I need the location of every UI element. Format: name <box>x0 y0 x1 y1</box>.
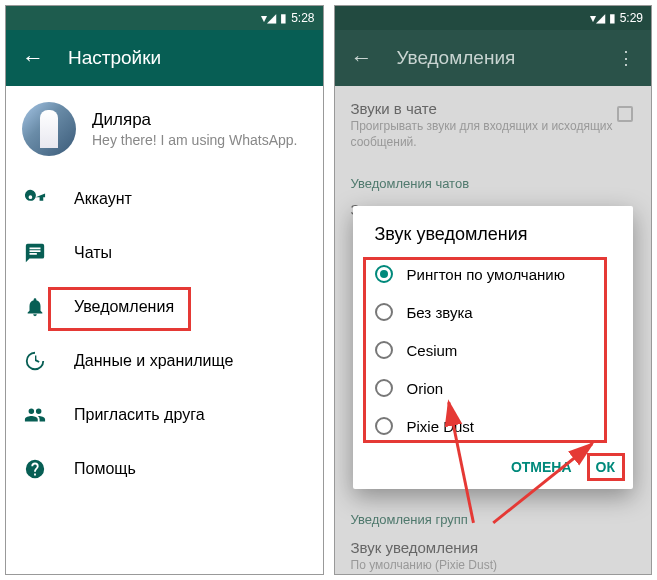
radio-label: Pixie Dust <box>407 418 475 435</box>
settings-list: Аккаунт Чаты Уведомления Данные и хранил… <box>6 172 323 496</box>
settings-screen: ▾◢ ▮ 5:28 ← Настройки Диляра Hey there! … <box>5 5 324 575</box>
radio-icon <box>375 417 393 435</box>
radio-option-silent[interactable]: Без звука <box>353 293 634 331</box>
row-title: Звуки в чате <box>351 100 636 117</box>
data-icon <box>24 350 46 372</box>
settings-item-label: Аккаунт <box>74 190 132 208</box>
row-subtitle: По умолчанию (Pixie Dust) <box>351 558 636 574</box>
checkbox[interactable] <box>617 106 633 122</box>
settings-item-label: Уведомления <box>74 298 174 316</box>
radio-option-orion[interactable]: Orion <box>353 369 634 407</box>
settings-item-account[interactable]: Аккаунт <box>6 172 323 226</box>
page-title: Настройки <box>68 47 161 69</box>
row-subtitle: Проигрывать звуки для входящих и исходящ… <box>351 119 636 150</box>
battery-icon: ▮ <box>609 11 616 25</box>
radio-option-pixie[interactable]: Pixie Dust <box>353 407 634 445</box>
section-header-groups: Уведомления групп <box>335 500 652 533</box>
profile-row[interactable]: Диляра Hey there! I am using WhatsApp. <box>6 86 323 172</box>
settings-item-data[interactable]: Данные и хранилище <box>6 334 323 388</box>
avatar <box>22 102 76 156</box>
app-bar: ← Уведомления ⋮ <box>335 30 652 86</box>
notifications-screen: ▾◢ ▮ 5:29 ← Уведомления ⋮ Звуки в чате П… <box>334 5 653 575</box>
cancel-button[interactable]: ОТМЕНА <box>511 459 572 475</box>
key-icon <box>24 188 46 210</box>
settings-item-label: Чаты <box>74 244 112 262</box>
help-icon <box>24 458 46 480</box>
radio-label: Orion <box>407 380 444 397</box>
bell-icon <box>24 296 46 318</box>
radio-icon <box>375 341 393 359</box>
settings-item-label: Пригласить друга <box>74 406 205 424</box>
dialog-actions: ОТМЕНА ОК <box>353 445 634 481</box>
sound-dialog: Звук уведомления Рингтон по умолчанию Бе… <box>353 206 634 489</box>
section-header: Уведомления чатов <box>335 164 652 197</box>
radio-list: Рингтон по умолчанию Без звука Cesium Or… <box>353 255 634 445</box>
wifi-icon: ▾◢ <box>590 11 605 25</box>
radio-icon <box>375 379 393 397</box>
group-sound-row[interactable]: Звук уведомления По умолчанию (Pixie Dus… <box>335 533 652 575</box>
back-icon[interactable]: ← <box>351 45 373 71</box>
app-bar: ← Настройки <box>6 30 323 86</box>
status-bar: ▾◢ ▮ 5:28 <box>6 6 323 30</box>
settings-item-chats[interactable]: Чаты <box>6 226 323 280</box>
profile-name: Диляра <box>92 110 307 130</box>
menu-icon[interactable]: ⋮ <box>617 47 635 69</box>
settings-item-notifications[interactable]: Уведомления <box>6 280 323 334</box>
radio-option-cesium[interactable]: Cesium <box>353 331 634 369</box>
back-icon[interactable]: ← <box>22 45 44 71</box>
status-time: 5:28 <box>291 11 314 25</box>
settings-item-label: Данные и хранилище <box>74 352 233 370</box>
status-time: 5:29 <box>620 11 643 25</box>
status-bar: ▾◢ ▮ 5:29 <box>335 6 652 30</box>
radio-icon <box>375 303 393 321</box>
settings-item-help[interactable]: Помощь <box>6 442 323 496</box>
settings-item-label: Помощь <box>74 460 136 478</box>
profile-status: Hey there! I am using WhatsApp. <box>92 132 307 148</box>
radio-option-default[interactable]: Рингтон по умолчанию <box>353 255 634 293</box>
row-title: Звук уведомления <box>351 539 636 556</box>
chat-icon <box>24 242 46 264</box>
page-title: Уведомления <box>397 47 516 69</box>
content-area: Звуки в чате Проигрывать звуки для входя… <box>335 86 652 574</box>
battery-icon: ▮ <box>280 11 287 25</box>
radio-label: Рингтон по умолчанию <box>407 266 565 283</box>
settings-item-invite[interactable]: Пригласить друга <box>6 388 323 442</box>
radio-label: Без звука <box>407 304 473 321</box>
radio-label: Cesium <box>407 342 458 359</box>
invite-icon <box>24 404 46 426</box>
chat-sounds-row[interactable]: Звуки в чате Проигрывать звуки для входя… <box>335 86 652 164</box>
dialog-title: Звук уведомления <box>353 224 634 255</box>
ok-button[interactable]: ОК <box>596 459 615 475</box>
radio-icon <box>375 265 393 283</box>
wifi-icon: ▾◢ <box>261 11 276 25</box>
